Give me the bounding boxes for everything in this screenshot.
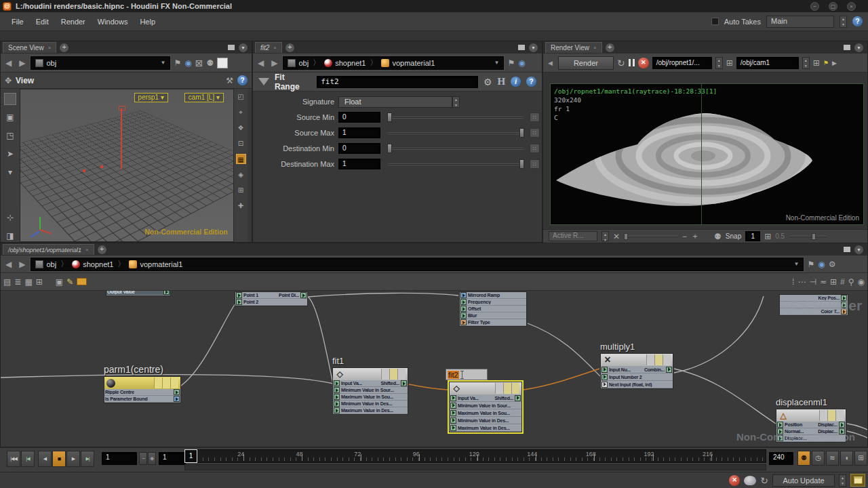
pause-icon[interactable] — [629, 59, 635, 66]
node-rename-input[interactable]: fit2 — [446, 369, 488, 380]
pane-maximize-icon[interactable] — [228, 45, 235, 50]
node-input-pin[interactable] — [334, 387, 340, 393]
note-icon[interactable]: ✎ — [66, 277, 73, 287]
pane-menu-icon[interactable]: ▼ — [529, 43, 538, 52]
add-view-icon[interactable]: ✚ — [236, 201, 246, 211]
grid-view-icon[interactable]: ⊞ — [36, 277, 43, 287]
destination-max-input[interactable]: 1 — [338, 159, 380, 169]
node-flag[interactable] — [381, 369, 389, 380]
view-tool-icon[interactable]: ✥ — [5, 76, 12, 85]
breadcrumb-label[interactable]: shopnet1 — [83, 260, 113, 268]
timeline-ruler[interactable]: 24487296120144168192216 1 — [184, 449, 766, 463]
node-input-pin[interactable] — [460, 312, 467, 319]
add-tab-button[interactable]: + — [606, 43, 614, 52]
axis-gizmo-icon[interactable]: ⚒ — [226, 76, 233, 85]
node-multiply1[interactable]: multiply1 × Input Nu... Combin... — [600, 342, 673, 389]
active-region-select[interactable]: Active R... — [549, 231, 597, 241]
chevron-down-icon[interactable]: ▼ — [494, 60, 500, 66]
keyframe-mode-icon[interactable]: ⚉ — [797, 451, 810, 466]
pane-menu-icon[interactable]: ▼ — [854, 245, 863, 254]
dopnet-sim-icon[interactable]: ≋ — [826, 451, 839, 466]
link-icon[interactable]: ◉ — [818, 260, 825, 269]
node-flag[interactable] — [663, 354, 671, 365]
breadcrumb-label[interactable]: vopmaterial1 — [140, 260, 182, 268]
node-fit1[interactable]: fit1 ◇ Input Va... Shifted... — [332, 356, 408, 415]
camera-picker-icon[interactable]: ⊞ — [813, 58, 820, 68]
tab-fit2[interactable]: fit2 × — [255, 42, 282, 53]
active-snap-icon[interactable]: ▦ — [236, 154, 246, 164]
window-close-button[interactable]: × — [847, 2, 856, 11]
forward-icon[interactable]: ▶ — [17, 260, 27, 269]
viewport-help-icon[interactable]: ? — [237, 75, 248, 85]
zoom-slider[interactable] — [624, 233, 678, 240]
node-input-pin[interactable] — [460, 292, 467, 298]
camera-spinner[interactable]: ▲▼ — [802, 57, 810, 69]
expand-icon[interactable]: ▾ — [4, 166, 16, 178]
render-image[interactable]: /obj/ropnet1/mantra1(raytrace)-18:28:33[… — [550, 83, 864, 225]
node-input-pin[interactable] — [450, 418, 456, 424]
menu-item[interactable]: Edit — [30, 15, 55, 28]
node-input-pin[interactable] — [460, 319, 467, 325]
snapshot-icon[interactable]: ⊠ — [195, 58, 203, 68]
chevron-down-icon[interactable]: ▼ — [794, 261, 800, 267]
help-icon[interactable]: ? — [852, 16, 863, 26]
jump-to-start-button[interactable]: |◀◀ — [7, 451, 20, 467]
node-output-pin[interactable] — [163, 291, 170, 295]
refresh-icon[interactable]: ↻ — [617, 58, 625, 68]
window-minimize-button[interactable]: − — [810, 2, 819, 11]
menu-item[interactable]: File — [5, 15, 30, 28]
node-output-pin[interactable] — [841, 295, 847, 301]
eye-icon[interactable]: ◉ — [858, 277, 865, 287]
node-fit2[interactable]: fit2 ◇ Input Va... Shifted... — [449, 382, 522, 432]
node-flag[interactable] — [170, 378, 178, 388]
frame-start-input[interactable]: 1 — [102, 452, 137, 465]
tab-close-icon[interactable]: × — [273, 45, 277, 51]
take-spinner[interactable]: ▲▼ — [840, 16, 847, 28]
info-icon[interactable]: i — [511, 77, 521, 87]
rows-view-icon[interactable]: ≣ — [14, 277, 21, 287]
breadcrumb-label[interactable]: shopnet1 — [335, 59, 366, 67]
node-flag[interactable] — [827, 410, 835, 421]
breadcrumb-label[interactable]: obj — [298, 59, 309, 67]
wireframe-icon[interactable]: ◈ — [236, 169, 246, 180]
node-input-pin[interactable] — [601, 374, 608, 380]
chevron-down-icon[interactable]: ▼ — [161, 60, 166, 66]
memory-usage-icon[interactable] — [744, 476, 756, 485]
parm-flag-icon[interactable]: ∷ — [530, 128, 540, 138]
move-tool-icon[interactable]: ⊹ — [4, 211, 16, 224]
back-icon[interactable]: ◀ — [3, 58, 14, 68]
snapshot-camera-icon[interactable]: ⚉ — [714, 232, 722, 241]
node-input-pin[interactable] — [334, 401, 340, 407]
menu-item[interactable]: Help — [134, 15, 161, 28]
select-geometry-icon[interactable]: ◳ — [4, 129, 16, 142]
add-tab-button[interactable]: + — [98, 245, 106, 254]
destination-min-slider[interactable] — [387, 143, 524, 154]
node-output-pin[interactable] — [515, 395, 521, 401]
add-tab-button[interactable]: + — [285, 43, 294, 52]
add-tab-button[interactable]: + — [60, 43, 68, 52]
viewport-3d[interactable]: persp1 ▾ cam1 [L] ▾ Non-Commercial Editi… — [20, 89, 234, 242]
pane-maximize-icon[interactable] — [844, 247, 850, 252]
camera-lock-icon[interactable]: ◰ — [236, 92, 246, 102]
source-min-slider[interactable] — [387, 112, 524, 123]
pointer-tool-icon[interactable]: ➤ — [4, 148, 16, 160]
signature-select[interactable]: Float — [338, 96, 452, 108]
pane-menu-icon[interactable]: ▼ — [854, 43, 863, 52]
node-output-pin[interactable] — [666, 367, 672, 373]
grid-toggle-icon[interactable]: ⊞ — [236, 185, 246, 195]
destination-max-slider[interactable] — [387, 159, 524, 169]
play-reverse-button[interactable]: ◀ — [38, 451, 52, 467]
frame-field-input[interactable]: 1 — [159, 452, 186, 465]
zoom-out-icon[interactable]: − — [682, 232, 687, 241]
pin-icon[interactable]: ⚑ — [807, 260, 814, 269]
chart-view-icon[interactable]: ▦ — [24, 277, 32, 287]
current-frame-marker[interactable]: 1 — [184, 449, 197, 463]
render-button[interactable]: Render — [558, 56, 614, 70]
node-flag[interactable] — [397, 369, 406, 380]
node-bar[interactable] — [104, 377, 180, 389]
node-input-pin[interactable] — [777, 422, 783, 428]
tab-close-icon[interactable]: × — [48, 45, 52, 51]
node-output-pin[interactable] — [174, 389, 180, 395]
parm-flag-icon[interactable]: ∷ — [530, 144, 540, 153]
take-select[interactable]: Main — [766, 16, 834, 28]
